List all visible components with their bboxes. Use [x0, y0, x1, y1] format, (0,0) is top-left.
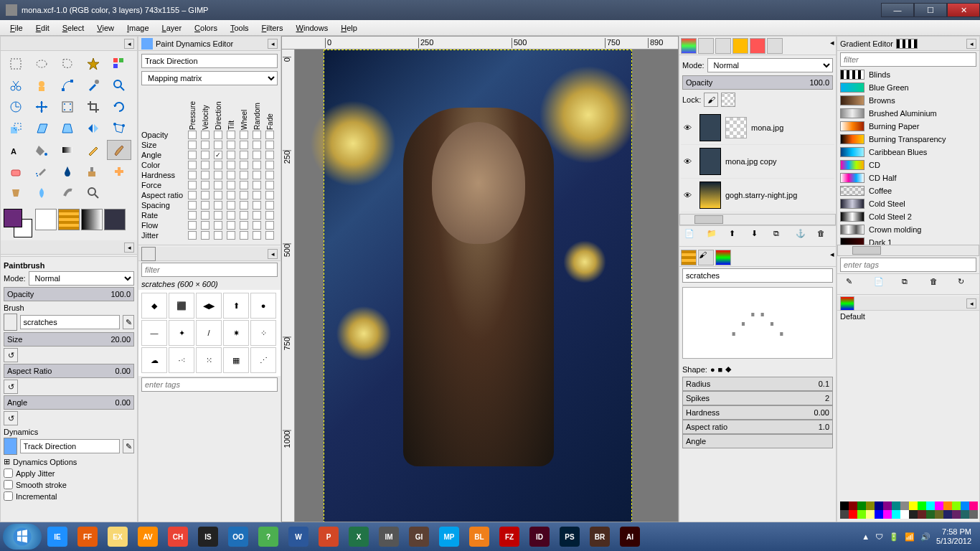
tool-free-select[interactable] — [55, 54, 80, 74]
menu-view[interactable]: View — [91, 22, 120, 34]
panel-menu-icon[interactable]: ◂ — [830, 38, 834, 53]
tool-clone[interactable] — [81, 161, 105, 182]
matrix-cell[interactable] — [227, 171, 235, 179]
matrix-cell[interactable] — [240, 181, 248, 189]
tool-select-by-color[interactable] — [107, 54, 131, 74]
matrix-cell[interactable] — [253, 161, 261, 169]
delete-layer-icon[interactable]: 🗑 — [817, 229, 830, 242]
menu-select[interactable]: Select — [57, 22, 90, 34]
tool-ellipse-select[interactable] — [29, 54, 54, 74]
active-pattern-swatch[interactable] — [58, 209, 80, 230]
matrix-cell[interactable] — [265, 161, 274, 169]
matrix-cell[interactable] — [265, 211, 274, 220]
brush-item[interactable]: ◀▶ — [196, 293, 222, 319]
matrix-cell[interactable] — [253, 131, 261, 139]
palette-color[interactable] — [892, 501, 900, 510]
brush-item[interactable]: ◆ — [141, 293, 167, 319]
tool-crop[interactable] — [81, 97, 105, 117]
matrix-cell[interactable] — [253, 141, 261, 149]
palette-color[interactable] — [969, 510, 978, 519]
palette-color[interactable] — [918, 510, 926, 519]
active-gradient-swatch[interactable] — [81, 209, 103, 230]
brush-item[interactable]: ⁙ — [196, 347, 222, 373]
incremental-checkbox[interactable] — [4, 491, 13, 501]
tray-up-icon[interactable]: ▲ — [862, 532, 870, 541]
palette-color[interactable] — [900, 510, 909, 519]
expand-icon[interactable]: ⊞ — [4, 457, 10, 466]
size-reset-icon[interactable]: ↺ — [4, 348, 18, 362]
matrix-cell[interactable] — [214, 171, 222, 179]
tool-foreground-select[interactable] — [29, 75, 54, 95]
delete-gradient-icon[interactable]: 🗑 — [930, 277, 943, 290]
panel-menu-icon[interactable]: ◂ — [268, 249, 278, 259]
maximize-button[interactable]: ☐ — [914, 3, 947, 17]
brush-item[interactable]: — — [141, 320, 167, 346]
tab-layers-icon[interactable] — [681, 38, 697, 54]
tool-heal[interactable] — [107, 161, 131, 182]
spikes-slider[interactable]: Spikes2 — [682, 391, 833, 405]
layer-name[interactable]: mona.jpg — [751, 123, 783, 132]
matrix-cell[interactable] — [201, 171, 209, 179]
matrix-cell[interactable] — [227, 161, 235, 169]
tool-dodge[interactable] — [81, 183, 105, 203]
brush-angle-slider[interactable]: Angle — [682, 434, 833, 448]
matrix-cell[interactable] — [214, 151, 222, 159]
gradient-item[interactable]: Burning Paper — [837, 120, 979, 133]
taskbar-app[interactable]: EX — [103, 525, 132, 548]
palette-color[interactable] — [849, 510, 857, 519]
menu-layer[interactable]: Layer — [156, 22, 188, 34]
matrix-cell[interactable] — [240, 151, 248, 159]
tool-cage[interactable] — [107, 118, 131, 138]
taskbar-app[interactable]: CH — [164, 525, 192, 548]
matrix-cell[interactable] — [214, 161, 222, 169]
tool-paths[interactable] — [55, 75, 80, 95]
matrix-cell[interactable] — [253, 171, 261, 179]
matrix-cell[interactable] — [265, 221, 274, 230]
matrix-cell[interactable] — [240, 221, 248, 230]
brush-item[interactable]: ✷ — [223, 320, 249, 346]
new-gradient-icon[interactable]: 📄 — [874, 277, 887, 290]
matrix-cell[interactable] — [240, 141, 248, 149]
gradient-item[interactable]: Browns — [837, 94, 979, 107]
matrix-cell[interactable] — [253, 221, 261, 230]
matrix-cell[interactable] — [227, 181, 235, 189]
close-button[interactable]: ✕ — [947, 3, 980, 17]
palette-color[interactable] — [961, 501, 969, 510]
palette-color[interactable] — [857, 501, 866, 510]
start-button[interactable] — [3, 524, 42, 550]
tray-battery-icon[interactable]: 🔋 — [889, 532, 899, 542]
brush-tab-icon[interactable] — [141, 247, 156, 261]
matrix-cell[interactable] — [188, 221, 197, 230]
layer-opacity-slider[interactable]: Opacity100.0 — [682, 75, 833, 90]
taskbar-app[interactable]: GI — [405, 525, 433, 548]
palette-color[interactable] — [909, 501, 918, 510]
matrix-cell[interactable] — [265, 191, 274, 199]
palette-color[interactable] — [935, 510, 943, 519]
taskbar-app[interactable]: FF — [73, 525, 102, 548]
tool-ink[interactable] — [55, 161, 80, 182]
matrix-cell[interactable] — [240, 131, 248, 139]
tool-blur[interactable] — [29, 183, 54, 203]
gradient-item[interactable]: Blinds — [837, 68, 979, 81]
taskbar-app[interactable]: IE — [43, 525, 72, 548]
brush-editor-name[interactable] — [682, 268, 833, 283]
panel-collapse-icon[interactable]: ◂ — [124, 242, 134, 253]
brush-item[interactable]: ● — [250, 293, 276, 319]
palette-color[interactable] — [900, 501, 909, 510]
palette-color[interactable] — [857, 510, 866, 519]
taskbar-app[interactable]: PS — [555, 525, 584, 548]
tool-flip[interactable] — [81, 118, 105, 138]
taskbar-app[interactable]: FZ — [495, 525, 524, 548]
matrix-cell[interactable] — [253, 191, 261, 199]
lower-layer-icon[interactable]: ⬇ — [751, 229, 764, 242]
matrix-cell[interactable] — [240, 191, 248, 199]
matrix-cell[interactable] — [201, 221, 209, 230]
matrix-cell[interactable] — [227, 151, 235, 159]
tab-palettes-icon[interactable] — [715, 250, 731, 265]
matrix-cell[interactable] — [214, 201, 222, 209]
brush-item[interactable]: ⁘ — [250, 320, 276, 346]
matrix-cell[interactable] — [265, 181, 274, 189]
shape-square-icon[interactable]: ■ — [718, 365, 723, 374]
matrix-cell[interactable] — [265, 131, 274, 139]
tray-volume-icon[interactable]: 🔊 — [920, 532, 930, 542]
